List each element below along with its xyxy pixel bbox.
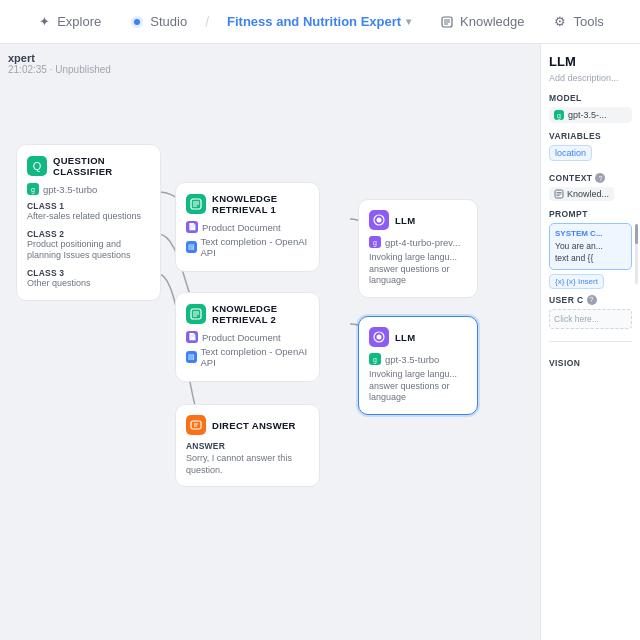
- agent-meta: 21:02:35 · Unpublished: [8, 64, 111, 75]
- context-doc-icon: [554, 189, 564, 199]
- rp-model-badge[interactable]: g gpt-3.5-...: [549, 107, 632, 123]
- llm2-icon: [369, 327, 389, 347]
- llm1-desc: Invoking large langu... answer questions…: [369, 252, 467, 287]
- rp-system-text1: You are an...: [555, 241, 626, 253]
- model-dot-icon: g: [554, 110, 564, 120]
- kr1-doc-row: 📄 Product Document: [186, 221, 309, 233]
- rp-insert-label: {x} Insert: [566, 277, 598, 286]
- knowledge-retrieval-2-node[interactable]: KNOWLEDGE RETRIEVAL 2 📄 Product Document…: [175, 292, 320, 382]
- kr2-doc-icon: 📄: [186, 331, 198, 343]
- chevron-down-icon: ▾: [406, 16, 411, 27]
- kr1-doc-icon: 📄: [186, 221, 198, 233]
- da-answer-section: ANSWER Sorry, I cannot answer this quest…: [186, 441, 309, 476]
- svg-point-15: [377, 218, 382, 223]
- kr2-doc: Product Document: [202, 332, 281, 343]
- top-nav: ✦ Explore Studio / Fitness and Nutrition…: [0, 0, 640, 44]
- llm1-model: gpt-4-turbo-prev...: [385, 237, 460, 248]
- kr1-completion-icon: ▤: [186, 241, 197, 253]
- class1-value: After-sales related questions: [27, 211, 150, 223]
- llm2-model-icon: g: [369, 353, 381, 365]
- llm2-desc: Invoking large langu... answer questions…: [369, 369, 467, 404]
- direct-answer-node[interactable]: DIRECT ANSWER ANSWER Sorry, I cannot ans…: [175, 404, 320, 487]
- rp-prompt-box[interactable]: SYSTEM C... You are an... text and {{: [549, 223, 632, 270]
- rp-context-label: CONTEXT: [549, 173, 592, 183]
- da-answer-label: ANSWER: [186, 441, 309, 451]
- kr2-title: KNOWLEDGE RETRIEVAL 2: [212, 303, 309, 325]
- qc-title: QUESTION CLASSIFIER: [53, 155, 150, 177]
- kr1-completion-row: ▤ Text completion - OpenAI API: [186, 236, 309, 258]
- nav-divider-1: /: [205, 14, 209, 30]
- kr2-header: KNOWLEDGE RETRIEVAL 2: [186, 303, 309, 325]
- scroll-bar: [635, 224, 638, 284]
- rp-model-value: gpt-3.5-...: [568, 110, 607, 120]
- insert-icon: {x}: [555, 277, 564, 286]
- user-help-icon[interactable]: ?: [587, 295, 597, 305]
- rp-model-label: MODEL: [549, 93, 632, 103]
- rp-user-section: USER C ? Click here...: [549, 295, 632, 329]
- nav-knowledge[interactable]: Knowledge: [429, 10, 534, 34]
- nav-studio[interactable]: Studio: [119, 10, 197, 34]
- rp-context-badge[interactable]: Knowled...: [549, 187, 614, 201]
- class1-label: CLASS 1: [27, 201, 150, 211]
- knowledge-retrieval-1-node[interactable]: KNOWLEDGE RETRIEVAL 1 📄 Product Document…: [175, 182, 320, 272]
- kr1-header: KNOWLEDGE RETRIEVAL 1: [186, 193, 309, 215]
- svg-rect-18: [191, 421, 201, 429]
- qc-model-icon: g: [27, 183, 39, 195]
- rp-user-placeholder[interactable]: Click here...: [549, 309, 632, 329]
- scroll-thumb: [635, 224, 638, 244]
- node-header: Q QUESTION CLASSIFIER: [27, 155, 150, 177]
- rp-system-text2: text and {{: [555, 253, 626, 265]
- kr2-completion: Text completion - OpenAI API: [201, 346, 310, 368]
- right-panel: LLM Add description... MODEL g gpt-3.5-.…: [540, 44, 640, 640]
- llm2-model: gpt-3.5-turbo: [385, 354, 439, 365]
- class3-label: CLASS 3: [27, 268, 150, 278]
- da-header: DIRECT ANSWER: [186, 415, 309, 435]
- class2-value: Product positioning and planning Issues …: [27, 239, 150, 262]
- kr1-title: KNOWLEDGE RETRIEVAL 1: [212, 193, 309, 215]
- rp-insert-button[interactable]: {x} {x} Insert: [549, 274, 604, 289]
- kr1-icon: [186, 194, 206, 214]
- context-help-icon[interactable]: ?: [595, 173, 605, 183]
- class3-section: CLASS 3 Other questions: [27, 268, 150, 290]
- llm2-title: LLM: [395, 332, 415, 343]
- kr2-completion-row: ▤ Text completion - OpenAI API: [186, 346, 309, 368]
- rp-variable[interactable]: location: [549, 145, 592, 161]
- llm2-node[interactable]: LLM g gpt-3.5-turbo Invoking large langu…: [358, 316, 478, 415]
- agent-name: xpert: [8, 52, 111, 64]
- da-answer-value: Sorry, I cannot answer this question.: [186, 453, 309, 476]
- rp-system-label: SYSTEM C...: [555, 228, 626, 239]
- agent-info: xpert 21:02:35 · Unpublished: [8, 52, 111, 75]
- llm1-model-icon: g: [369, 236, 381, 248]
- llm1-model-row: g gpt-4-turbo-prev...: [369, 236, 467, 248]
- qc-icon: Q: [27, 156, 47, 176]
- class2-label: CLASS 2: [27, 229, 150, 239]
- da-title: DIRECT ANSWER: [212, 420, 296, 431]
- kr1-completion: Text completion - OpenAI API: [201, 236, 310, 258]
- rp-user-label: USER C: [549, 295, 584, 305]
- kr2-icon: [186, 304, 206, 324]
- class1-section: CLASS 1 After-sales related questions: [27, 201, 150, 223]
- question-classifier-node[interactable]: Q QUESTION CLASSIFIER g gpt-3.5-turbo CL…: [16, 144, 161, 301]
- llm1-header: LLM: [369, 210, 467, 230]
- nav-flow-name[interactable]: Fitness and Nutrition Expert ▾: [217, 10, 421, 33]
- tools-icon: ⚙: [552, 14, 568, 30]
- rp-subtitle[interactable]: Add description...: [549, 73, 632, 83]
- rp-prompt-label-section: PROMPT: [549, 209, 632, 219]
- canvas: Q QUESTION CLASSIFIER g gpt-3.5-turbo CL…: [0, 44, 570, 640]
- class3-value: Other questions: [27, 278, 150, 290]
- llm1-node[interactable]: LLM g gpt-4-turbo-prev... Invoking large…: [358, 199, 478, 298]
- nav-explore[interactable]: ✦ Explore: [26, 10, 111, 34]
- svg-point-1: [134, 19, 140, 25]
- da-icon: [186, 415, 206, 435]
- svg-point-17: [377, 335, 382, 340]
- qc-model: gpt-3.5-turbo: [43, 184, 97, 195]
- rp-title: LLM: [549, 54, 632, 69]
- qc-model-row: g gpt-3.5-turbo: [27, 183, 150, 195]
- rp-variables-label: VARIABLES: [549, 131, 632, 141]
- rp-vision-label: VISION: [549, 358, 632, 368]
- llm2-header: LLM: [369, 327, 467, 347]
- llm1-title: LLM: [395, 215, 415, 226]
- nav-tools[interactable]: ⚙ Tools: [542, 10, 613, 34]
- kr1-doc: Product Document: [202, 222, 281, 233]
- rp-context-value: Knowled...: [567, 189, 609, 199]
